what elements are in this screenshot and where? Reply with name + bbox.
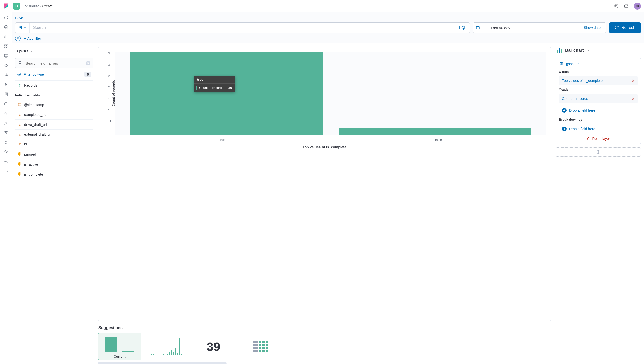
records-field[interactable]: # Records — [15, 80, 93, 90]
layer-card: gsoc X-axis Top values of is_complete ✕ … — [556, 58, 641, 144]
field-item[interactable]: is_complete — [15, 169, 93, 179]
y-axis-drop[interactable]: + Drop a field here — [559, 106, 638, 115]
x-axis-dimension[interactable]: Top values of is_complete ✕ — [559, 76, 638, 85]
field-item[interactable]: ignored — [15, 149, 93, 159]
suggestion-metric[interactable]: 39 — [192, 333, 235, 360]
nav-uptime-icon[interactable] — [4, 111, 9, 116]
newsfeed-icon[interactable] — [624, 4, 629, 9]
avatar[interactable]: PK — [634, 3, 641, 10]
field-search-input[interactable] — [15, 58, 93, 68]
kibana-logo — [3, 3, 9, 9]
nav-collapse-icon[interactable] — [4, 168, 9, 173]
reset-layer-button[interactable]: Reset layer — [559, 136, 638, 141]
field-item[interactable]: texternal_draft_url — [15, 129, 93, 139]
svg-rect-23 — [20, 27, 21, 27]
filter-count-badge: 0 — [84, 72, 91, 77]
nav-graph-icon[interactable] — [4, 130, 9, 135]
suggestion-item[interactable] — [145, 333, 188, 360]
svg-point-20 — [5, 141, 7, 142]
help-icon[interactable] — [614, 4, 619, 9]
date-quick-button[interactable] — [473, 23, 487, 33]
nav-siem-icon[interactable] — [4, 120, 9, 126]
index-pattern-selector[interactable]: gsoc — [15, 47, 93, 58]
filter-by-type[interactable]: Filter by type 0 — [15, 68, 93, 80]
nav-visualize-icon[interactable] — [4, 34, 9, 39]
breadcrumb: Visualize / Create — [25, 4, 53, 8]
nav-maps-icon[interactable] — [4, 63, 9, 68]
nav-dev-icon[interactable] — [4, 140, 9, 145]
svg-point-25 — [19, 61, 21, 64]
plus-icon: + — [562, 108, 567, 113]
breadcrumb-parent[interactable]: Visualize — [25, 4, 39, 8]
refresh-button[interactable]: Refresh — [609, 22, 641, 33]
kql-toggle[interactable]: KQL — [455, 23, 470, 33]
suggestions-title: Suggestions — [98, 326, 551, 330]
svg-rect-11 — [4, 54, 8, 57]
nav-canvas-icon[interactable] — [4, 53, 9, 58]
field-item[interactable]: tcompleted_pdf — [15, 110, 93, 119]
add-filter-button[interactable]: + Add filter — [24, 36, 41, 40]
visualization-area: Count of records 35302520151050 true fa — [98, 47, 551, 364]
query-toolbar: Save KQL Last 90 days Show da — [12, 12, 644, 43]
plot-area[interactable] — [115, 52, 546, 135]
chart-canvas: Count of records 35302520151050 true fa — [98, 47, 551, 321]
y-axis-dimension[interactable]: Count of records ✕ — [559, 94, 638, 103]
svg-point-3 — [615, 5, 617, 7]
space-selector[interactable]: D — [13, 3, 20, 10]
nav-monitor-icon[interactable] — [4, 149, 9, 154]
string-type-icon: t — [18, 113, 22, 117]
saved-queries-button[interactable] — [15, 23, 30, 33]
nav-mgmt-icon[interactable] — [4, 159, 9, 164]
section-header: Individual fields — [15, 90, 93, 100]
remove-x-button[interactable]: ✕ — [632, 79, 635, 83]
svg-rect-16 — [4, 103, 8, 105]
svg-rect-9 — [4, 47, 6, 48]
chart-type-selector[interactable]: Bar chart — [556, 47, 641, 55]
chart-tooltip: true Count of records36 — [194, 76, 235, 92]
nav-ml-icon[interactable] — [4, 73, 9, 78]
field-item[interactable]: is_active — [15, 159, 93, 169]
filter-options-icon[interactable] — [15, 36, 21, 41]
svg-point-19 — [6, 133, 6, 134]
show-dates-button[interactable]: Show dates — [580, 23, 606, 33]
config-panel: Bar chart gsoc X-axis Top values of is_c… — [556, 47, 641, 364]
field-item[interactable]: @timestamp — [15, 100, 93, 110]
svg-point-12 — [5, 75, 7, 76]
add-layer-button[interactable] — [556, 147, 641, 157]
nav-apm-icon[interactable] — [4, 101, 9, 106]
x-ticks: true false — [115, 138, 546, 142]
remove-y-button[interactable]: ✕ — [632, 97, 635, 101]
search-input[interactable] — [30, 23, 455, 33]
bar-chart-icon — [557, 48, 562, 53]
bar-false[interactable] — [339, 128, 531, 135]
nav-dashboard-icon[interactable] — [4, 44, 9, 49]
number-type-icon: # — [18, 83, 22, 87]
suggestion-current[interactable]: Current — [98, 333, 141, 360]
field-item[interactable]: tdrive_draft_url — [15, 119, 93, 129]
svg-rect-4 — [625, 5, 628, 8]
string-type-icon: t — [18, 142, 22, 146]
search-icon — [18, 60, 23, 66]
date-range-text[interactable]: Last 90 days — [487, 23, 580, 33]
svg-point-6 — [4, 25, 8, 29]
layer-index-selector[interactable]: gsoc — [559, 61, 638, 67]
nav-recent-icon[interactable] — [4, 15, 9, 20]
bar-true[interactable] — [130, 52, 323, 135]
date-type-icon — [18, 103, 22, 107]
nav-logs-icon[interactable] — [4, 92, 9, 97]
nav-discover-icon[interactable] — [4, 25, 9, 30]
suggestions-row: Current 39 — [98, 333, 551, 360]
nav-metrics-icon[interactable] — [4, 82, 9, 87]
breakdown-drop[interactable]: + Drop a field here — [559, 124, 638, 134]
field-item[interactable]: tid — [15, 139, 93, 149]
suggestions-scrollbar[interactable] — [98, 362, 227, 364]
svg-point-14 — [5, 83, 7, 85]
svg-point-21 — [5, 161, 7, 162]
save-button[interactable]: Save — [15, 14, 23, 22]
clear-icon[interactable] — [86, 61, 90, 65]
svg-rect-7 — [4, 45, 6, 46]
suggestion-table[interactable] — [239, 333, 282, 360]
query-bar: KQL — [15, 22, 470, 33]
x-axis-label: Top values of is_complete — [103, 145, 546, 149]
y-axis-header: Y-axis — [559, 88, 638, 92]
